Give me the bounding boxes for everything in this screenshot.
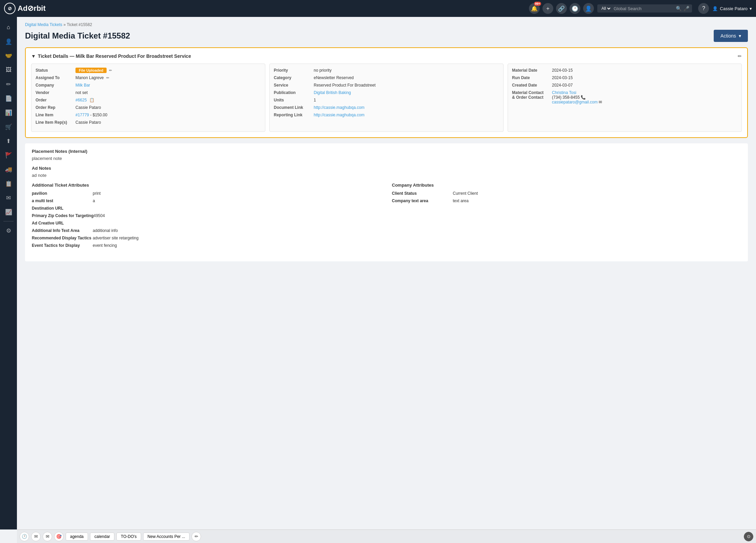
- attr-event-tactics-label: Event Tactics for Display: [32, 243, 93, 248]
- sidebar-item-analytics[interactable]: 📈: [2, 206, 15, 218]
- created-date-value: 2024-03-07: [552, 83, 573, 88]
- sidebar-item-media[interactable]: 🖼: [2, 64, 15, 76]
- notes-attributes-section: Placement Notes (Internal) placement not…: [25, 143, 748, 261]
- reporting-link[interactable]: http://cassie.maghubqa.com: [314, 113, 364, 117]
- help-icon[interactable]: ?: [698, 3, 709, 14]
- order-label: Order: [36, 98, 73, 102]
- actions-chevron-icon: ▾: [739, 33, 741, 39]
- sidebar-item-contacts[interactable]: 👤: [2, 35, 15, 48]
- company-attributes-panel: Company Attributes Client Status Current…: [392, 183, 741, 251]
- company-link[interactable]: Milk Bar: [75, 83, 90, 88]
- order-copy-icon[interactable]: 📋: [89, 98, 94, 102]
- attr-zip-codes-row: Primary Zip Codes for Targeting 49504: [32, 213, 381, 218]
- line-item-link[interactable]: #17779: [75, 113, 89, 117]
- attr-company-text-row: Company text area text area: [392, 198, 741, 203]
- sidebar-item-flags[interactable]: 🚩: [2, 149, 15, 162]
- attr-multi-test-value: a: [93, 198, 95, 203]
- assigned-to-label: Assigned To: [36, 75, 73, 80]
- category-row: Category eNewsletter Reserved: [274, 75, 499, 80]
- attr-event-tactics-row: Event Tactics for Display event fencing: [32, 243, 381, 248]
- sidebar-item-upload[interactable]: ⬆: [2, 135, 15, 147]
- line-item-rep-value: Cassie Pataro: [75, 120, 101, 125]
- bottom-edit-icon[interactable]: ✏: [192, 532, 201, 541]
- nav-link-icon[interactable]: 🔗: [556, 3, 567, 14]
- ticket-middle-panel: Priority no priority Category eNewslette…: [269, 64, 504, 132]
- bottom-close-icon[interactable]: ⊙: [744, 532, 753, 541]
- sidebar-item-tasks[interactable]: 📋: [2, 177, 15, 190]
- sidebar-item-delivery[interactable]: 🚚: [2, 163, 15, 176]
- app-logo[interactable]: ⊘ Ad⊘rbit: [4, 3, 46, 14]
- breadcrumb-current: Ticket #15582: [67, 22, 92, 27]
- nav-notifications-icon[interactable]: 🔔 99+: [529, 3, 540, 14]
- bottom-mail2-icon[interactable]: ✉: [43, 532, 52, 541]
- material-contact-link[interactable]: Christina Tosi: [552, 90, 576, 95]
- sidebar-item-cart[interactable]: 🛒: [2, 120, 15, 133]
- sidebar-item-mail[interactable]: ✉: [2, 191, 15, 204]
- bottom-bar: 🕐 ✉ ✉ 🎯 agenda calendar TO-DO's New Acco…: [17, 529, 756, 543]
- attributes-grid: Additional Ticket Attributes pavilion pr…: [32, 183, 741, 256]
- priority-value: no priority: [314, 68, 332, 73]
- sidebar-item-settings[interactable]: ⚙: [2, 224, 15, 237]
- order-rep-label: Order Rep: [36, 105, 73, 110]
- company-label: Company: [36, 83, 73, 88]
- bottom-clock-icon[interactable]: 🕐: [20, 532, 29, 541]
- attr-event-tactics-value: event fencing: [93, 243, 117, 248]
- material-contact-row: Material Contact & Order Contact Christi…: [512, 90, 737, 104]
- document-link[interactable]: http://cassie.maghubqa.com: [314, 105, 364, 110]
- user-name: Cassie Pataro: [720, 6, 748, 11]
- search-input[interactable]: [614, 6, 674, 11]
- attr-multi-test-label: a multi test: [32, 198, 93, 203]
- sidebar-item-home[interactable]: ⌂: [2, 21, 15, 34]
- category-label: Category: [274, 75, 311, 80]
- attr-client-status-row: Client Status Current Client: [392, 191, 741, 196]
- actions-button[interactable]: Actions ▾: [714, 30, 748, 42]
- bottom-calendar-button[interactable]: calendar: [90, 533, 114, 541]
- assigned-to-row: Assigned To Manon Lagreve ✏: [36, 75, 261, 80]
- attr-ad-creative-row: Ad Creative URL: [32, 221, 381, 226]
- bottom-new-accounts-button[interactable]: New Accounts Per ...: [143, 533, 190, 541]
- sidebar-item-reports[interactable]: 📊: [2, 106, 15, 119]
- card-edit-icon[interactable]: ✏: [738, 53, 742, 59]
- order-rep-row: Order Rep Cassie Pataro: [36, 105, 261, 110]
- line-item-label: Line Item: [36, 113, 73, 117]
- bottom-todo-button[interactable]: TO-DO's: [116, 533, 141, 541]
- material-contact-value: Christina Tosi (734) 358-8455 📞 cassiepa…: [552, 90, 602, 104]
- sidebar-item-orders[interactable]: 📄: [2, 92, 15, 105]
- top-navigation: ⊘ Ad⊘rbit 🔔 99+ ＋ 🔗 🕐 👤 All 🔍 🎤 ? 👤 Cass…: [0, 0, 756, 17]
- service-row: Service Reserved Product For Broadstreet: [274, 83, 499, 88]
- category-value: eNewsletter Reserved: [314, 75, 354, 80]
- attr-ad-creative-label: Ad Creative URL: [32, 221, 93, 226]
- search-scope-select[interactable]: All: [600, 6, 612, 11]
- phone-icon: 📞: [581, 95, 586, 100]
- created-date-label: Created Date: [512, 83, 549, 88]
- ticket-left-panel: Status File Uploaded ✏ Assigned To Manon…: [31, 64, 265, 132]
- user-menu[interactable]: 👤 Cassie Pataro ▾: [712, 6, 752, 11]
- bottom-target-icon[interactable]: 🎯: [54, 532, 64, 541]
- attr-zip-codes-value: 49504: [93, 213, 105, 218]
- attr-company-text-label: Company text area: [392, 198, 453, 203]
- publication-link[interactable]: Digital British Baking: [314, 90, 351, 95]
- service-value: Reserved Product For Broadstreet: [314, 83, 376, 88]
- assigned-to-value: Manon Lagreve ✏: [75, 75, 109, 80]
- logo-text: Ad⊘rbit: [18, 4, 46, 13]
- order-link[interactable]: #6625: [75, 98, 87, 102]
- document-link-label: Document Link: [274, 105, 311, 110]
- status-label: Status: [36, 68, 73, 73]
- bottom-mail-icon[interactable]: ✉: [31, 532, 41, 541]
- breadcrumb-parent-link[interactable]: Digital Media Tickets: [25, 22, 62, 27]
- bottom-agenda-button[interactable]: agenda: [66, 533, 88, 541]
- nav-add-icon[interactable]: ＋: [542, 3, 553, 14]
- nav-history-icon[interactable]: 🕐: [570, 3, 580, 14]
- sidebar-item-crm[interactable]: 🤝: [2, 49, 15, 62]
- attr-pavilion-value: print: [93, 191, 101, 196]
- nav-user-icon[interactable]: 👤: [583, 3, 594, 14]
- mic-icon[interactable]: 🎤: [684, 6, 689, 11]
- search-icon[interactable]: 🔍: [676, 6, 682, 11]
- sidebar-item-edit[interactable]: ✏: [2, 78, 15, 91]
- document-link-value: http://cassie.maghubqa.com: [314, 105, 364, 110]
- assigned-to-edit-icon[interactable]: ✏: [106, 76, 109, 80]
- status-edit-icon[interactable]: ✏: [109, 68, 112, 72]
- material-date-value: 2024-03-15: [552, 68, 573, 73]
- email-link[interactable]: cassiepataro@gmail.com: [552, 100, 598, 104]
- collapse-icon[interactable]: ▼: [31, 53, 36, 59]
